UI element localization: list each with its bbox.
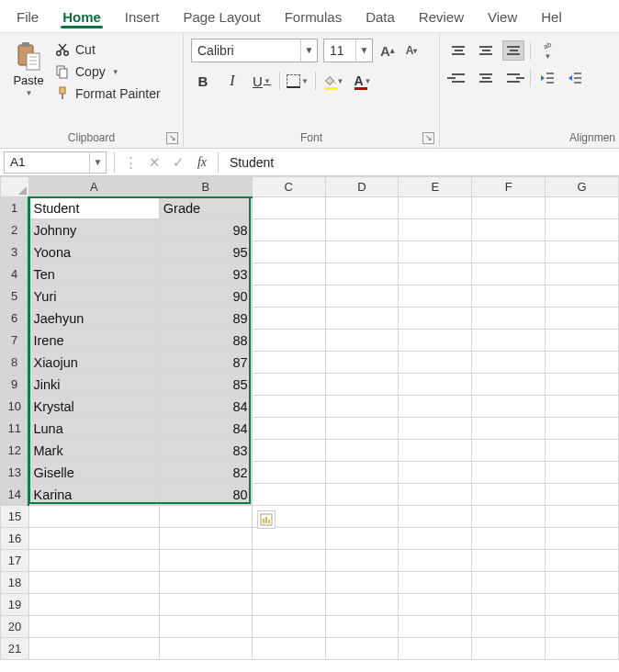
cell-B21[interactable] — [159, 638, 252, 660]
cell-G20[interactable] — [546, 616, 619, 638]
cell-C4[interactable] — [252, 263, 325, 286]
cell-F5[interactable] — [472, 286, 546, 308]
row-header-8[interactable]: 8 — [1, 352, 29, 374]
cell-A4[interactable]: Ten — [28, 263, 159, 286]
cell-A11[interactable]: Luna — [28, 418, 159, 440]
cell-E14[interactable] — [399, 484, 472, 506]
cell-E21[interactable] — [399, 638, 472, 660]
cell-C3[interactable] — [252, 241, 325, 263]
name-box[interactable]: A1 ▼ — [4, 151, 107, 174]
cell-B1[interactable]: Grade — [159, 197, 252, 219]
row-header-6[interactable]: 6 — [1, 308, 29, 330]
fx-icon[interactable]: fx — [190, 152, 214, 173]
cell-B15[interactable] — [159, 506, 252, 528]
cell-A16[interactable] — [28, 528, 159, 550]
tab-data[interactable]: Data — [355, 3, 406, 30]
dialog-launcher-icon[interactable]: ↘ — [422, 132, 434, 144]
cell-A17[interactable] — [28, 550, 159, 572]
row-header-12[interactable]: 12 — [1, 440, 29, 462]
cell-G7[interactable] — [546, 330, 619, 352]
copy-button[interactable]: Copy ▼ — [55, 64, 161, 79]
cell-F14[interactable] — [472, 484, 546, 506]
cell-E16[interactable] — [399, 528, 472, 550]
cell-C12[interactable] — [252, 440, 325, 462]
row-header-20[interactable]: 20 — [1, 616, 29, 638]
cell-D10[interactable] — [325, 396, 399, 418]
font-name-combo[interactable]: Calibri ▼ — [191, 39, 318, 62]
align-middle-button[interactable] — [475, 40, 497, 61]
cell-D9[interactable] — [325, 374, 399, 396]
cell-C1[interactable] — [252, 197, 325, 219]
cell-F2[interactable] — [472, 219, 546, 241]
cell-G3[interactable] — [546, 241, 619, 263]
cell-G5[interactable] — [546, 286, 619, 308]
italic-button[interactable]: I — [220, 70, 244, 92]
cell-E1[interactable] — [399, 197, 472, 219]
cell-B19[interactable] — [159, 594, 252, 616]
fill-color-button[interactable]: ▼ — [321, 70, 345, 92]
cell-F20[interactable] — [472, 616, 546, 638]
cell-D20[interactable] — [325, 616, 399, 638]
bold-button[interactable]: B — [191, 70, 215, 92]
cell-E17[interactable] — [399, 550, 472, 572]
row-header-1[interactable]: 1 — [1, 197, 29, 219]
cell-B4[interactable]: 93 — [159, 263, 252, 286]
cell-G13[interactable] — [546, 462, 619, 484]
col-header-C[interactable]: C — [252, 177, 325, 197]
col-header-D[interactable]: D — [325, 177, 399, 197]
cell-C7[interactable] — [252, 330, 325, 352]
cell-B2[interactable]: 98 — [159, 219, 252, 241]
dialog-launcher-icon[interactable]: ↘ — [166, 132, 178, 144]
cell-G4[interactable] — [546, 263, 619, 286]
cell-C2[interactable] — [252, 219, 325, 241]
cell-B3[interactable]: 95 — [159, 241, 252, 263]
cell-C6[interactable] — [252, 308, 325, 330]
row-header-14[interactable]: 14 — [1, 484, 29, 506]
cell-G6[interactable] — [546, 308, 619, 330]
row-header-21[interactable]: 21 — [1, 638, 29, 660]
cell-B8[interactable]: 87 — [159, 352, 252, 374]
col-header-B[interactable]: B — [159, 177, 252, 197]
align-bottom-button[interactable] — [502, 40, 524, 61]
cell-A2[interactable]: Johnny — [28, 219, 159, 241]
cell-B20[interactable] — [159, 616, 252, 638]
row-header-7[interactable]: 7 — [1, 330, 29, 352]
row-header-17[interactable]: 17 — [1, 550, 29, 572]
cell-C14[interactable] — [252, 484, 325, 506]
cell-G2[interactable] — [546, 219, 619, 241]
cell-F11[interactable] — [472, 418, 546, 440]
cell-C20[interactable] — [252, 616, 325, 638]
cell-F8[interactable] — [472, 352, 546, 374]
cell-C21[interactable] — [252, 638, 325, 660]
row-header-10[interactable]: 10 — [1, 396, 29, 418]
quick-analysis-button[interactable] — [257, 510, 276, 529]
cell-E9[interactable] — [399, 374, 472, 396]
cell-E3[interactable] — [399, 241, 472, 263]
increase-indent-button[interactable] — [564, 68, 586, 88]
cell-A19[interactable] — [28, 594, 159, 616]
underline-button[interactable]: U▼ — [250, 70, 274, 92]
cell-G15[interactable] — [546, 506, 619, 528]
tab-hel[interactable]: Hel — [530, 3, 573, 30]
cell-D19[interactable] — [325, 594, 399, 616]
align-top-button[interactable] — [447, 40, 469, 61]
cell-E12[interactable] — [399, 440, 472, 462]
cell-D15[interactable] — [325, 506, 399, 528]
cell-F10[interactable] — [472, 396, 546, 418]
col-header-G[interactable]: G — [546, 177, 619, 197]
cell-D8[interactable] — [325, 352, 399, 374]
cell-G10[interactable] — [546, 396, 619, 418]
cell-G21[interactable] — [546, 638, 619, 660]
cell-A6[interactable]: Jaehyun — [28, 308, 159, 330]
align-right-button[interactable] — [502, 68, 524, 88]
row-header-3[interactable]: 3 — [1, 241, 29, 263]
cell-A20[interactable] — [28, 616, 159, 638]
tab-review[interactable]: Review — [408, 3, 475, 30]
cell-F12[interactable] — [472, 440, 546, 462]
decrease-indent-button[interactable] — [536, 68, 558, 88]
cell-B11[interactable]: 84 — [159, 418, 252, 440]
cell-A10[interactable]: Krystal — [28, 396, 159, 418]
cell-A1[interactable]: Student — [28, 197, 159, 219]
cell-F3[interactable] — [472, 241, 546, 263]
cell-E2[interactable] — [399, 219, 472, 241]
